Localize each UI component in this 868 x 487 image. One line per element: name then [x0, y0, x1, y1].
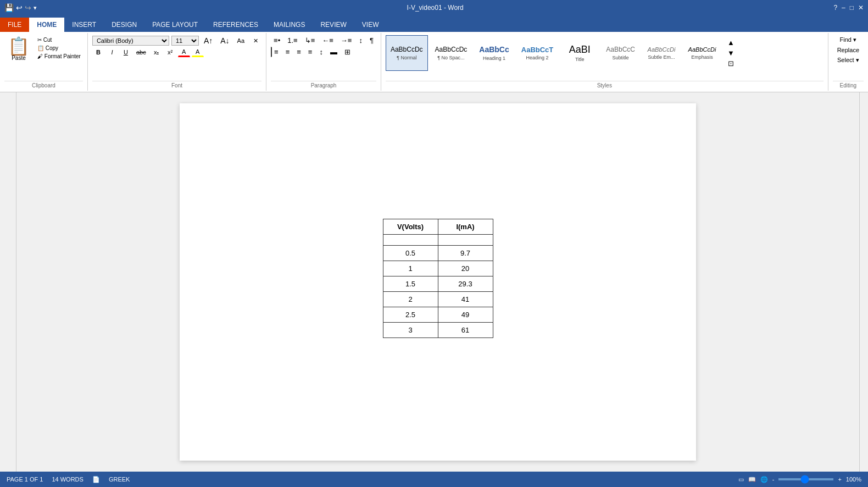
italic-button[interactable]: I	[106, 48, 118, 57]
paragraph-group: ≡• 1.≡ ↳≡ ←≡ →≡ ↕ ¶ ≡ ≡ ≡ ≡ ↕ ▬ ⊞ Paragr…	[266, 33, 381, 91]
cut-button[interactable]: ✂ Cut	[35, 36, 83, 43]
table-row: 361	[383, 323, 493, 338]
superscript-button[interactable]: x²	[164, 48, 176, 57]
style-heading2[interactable]: AaBbCcT Heading 2	[516, 35, 559, 71]
close-icon[interactable]: ✕	[858, 4, 864, 12]
multilevel-button[interactable]: ↳≡	[302, 35, 318, 46]
tab-page-layout[interactable]: PAGE LAYOUT	[144, 18, 205, 32]
document-page[interactable]: V(Volts) I(mA) 0.59.71201.529.32412.5493…	[180, 103, 696, 461]
table-cell-v-0: 0.5	[383, 246, 438, 261]
ruler-left	[0, 92, 16, 472]
font-family-select[interactable]: Calibri (Body)	[92, 36, 169, 46]
print-layout-icon[interactable]: ▭	[738, 476, 744, 483]
tab-file[interactable]: FILE	[0, 18, 29, 32]
tab-review[interactable]: REVIEW	[313, 18, 354, 32]
borders-button[interactable]: ⊞	[342, 47, 353, 57]
show-formatting-button[interactable]: ¶	[367, 35, 376, 46]
style-title-preview: AaBI	[569, 44, 591, 56]
table-cell-i-4: 49	[438, 307, 493, 323]
tab-references[interactable]: REFERENCES	[205, 18, 266, 32]
style-heading1-preview: AaBbCc	[479, 45, 509, 54]
tab-home[interactable]: HOME	[29, 18, 64, 32]
style-subtle-em-preview: AaBbCcDi	[648, 46, 676, 53]
tab-design[interactable]: DESIGN	[104, 18, 144, 32]
font-grow-button[interactable]: A↑	[201, 35, 215, 46]
style-no-spacing[interactable]: AaBbCcDc ¶ No Spac...	[430, 35, 472, 71]
highlight-button[interactable]: A	[192, 47, 204, 57]
line-spacing-button[interactable]: ↕	[316, 47, 326, 57]
document-area: V(Volts) I(mA) 0.59.71201.529.32412.5493…	[0, 92, 868, 472]
table-header-row: V(Volts) I(mA)	[383, 219, 493, 235]
copy-button[interactable]: 📋 Copy	[35, 45, 83, 52]
zoom-slider[interactable]	[778, 478, 833, 480]
select-button[interactable]: Select ▾	[833, 56, 864, 65]
style-subtitle[interactable]: AaBbCcC Subtitle	[601, 35, 640, 71]
style-normal-label: ¶ Normal	[397, 55, 416, 60]
replace-button[interactable]: Replace	[833, 46, 864, 54]
full-reading-icon[interactable]: 📖	[748, 476, 756, 483]
strikethrough-button[interactable]: abc	[133, 48, 149, 57]
style-title[interactable]: AaBI Title	[560, 35, 599, 71]
font-shrink-button[interactable]: A↓	[218, 35, 232, 46]
doc-format-icon[interactable]: 📄	[92, 476, 100, 483]
styles-more[interactable]: ⊡	[725, 58, 737, 69]
shading-button[interactable]: ▬	[327, 47, 340, 57]
zoom-in-button[interactable]: +	[838, 476, 841, 483]
tab-insert[interactable]: INSERT	[64, 18, 104, 32]
zoom-out-button[interactable]: -	[772, 476, 775, 483]
style-heading1[interactable]: AaBbCc Heading 1	[474, 35, 514, 71]
sort-button[interactable]: ↕	[356, 35, 365, 46]
numbering-button[interactable]: 1.≡	[285, 35, 300, 46]
bullets-button[interactable]: ≡•	[271, 35, 283, 46]
table-cell-i-2: 29.3	[438, 276, 493, 292]
font-color-button[interactable]: A	[178, 47, 190, 57]
clear-formatting-button[interactable]: ✕	[249, 36, 261, 46]
tab-view[interactable]: VIEW	[354, 18, 387, 32]
styles-scroll-down[interactable]: ▼	[725, 48, 737, 58]
paste-button[interactable]: 📋 Paste	[4, 35, 33, 79]
align-center-button[interactable]: ≡	[283, 47, 293, 57]
style-heading1-label: Heading 1	[483, 56, 505, 61]
align-right-button[interactable]: ≡	[294, 47, 304, 57]
clipboard-group-label: Clipboard	[4, 81, 83, 88]
style-subtle-em[interactable]: AaBbCcDi Subtle Em...	[642, 35, 681, 71]
table-row: 241	[383, 292, 493, 307]
table-row: 0.59.7	[383, 246, 493, 261]
find-button[interactable]: Find ▾	[833, 35, 864, 45]
table-cell-v-3: 2	[383, 292, 438, 307]
ribbon-tabs: FILE HOME INSERT DESIGN PAGE LAYOUT REFE…	[0, 15, 868, 32]
undo-icon[interactable]: ↩	[16, 3, 23, 12]
font-group: Calibri (Body) 11 A↑ A↓ Aa ✕ B I U abc x…	[88, 33, 266, 91]
table-cell-v-4: 2.5	[383, 307, 438, 323]
data-table: V(Volts) I(mA) 0.59.71201.529.32412.5493…	[383, 219, 493, 338]
document-scroll[interactable]: V(Volts) I(mA) 0.59.71201.529.32412.5493…	[16, 92, 859, 472]
language-indicator[interactable]: GREEK	[109, 476, 130, 483]
help-icon[interactable]: ?	[833, 4, 837, 12]
style-title-label: Title	[575, 57, 585, 62]
style-normal[interactable]: AaBbCcDc ¶ Normal	[386, 35, 428, 71]
tab-mailings[interactable]: MAILINGS	[266, 18, 313, 32]
styles-scroll-up[interactable]: ▲	[725, 37, 737, 48]
font-case-button[interactable]: Aa	[235, 36, 247, 45]
font-size-select[interactable]: 11	[171, 36, 199, 46]
justify-button[interactable]: ≡	[305, 47, 315, 57]
table-row: 2.549	[383, 307, 493, 323]
decrease-indent-button[interactable]: ←≡	[319, 35, 336, 46]
style-emphasis[interactable]: AaBbCcDi Emphasis	[683, 35, 721, 71]
increase-indent-button[interactable]: →≡	[338, 35, 355, 46]
style-heading2-preview: AaBbCcT	[521, 46, 554, 54]
bold-button[interactable]: B	[92, 48, 104, 57]
table-header-i: I(mA)	[438, 219, 493, 235]
status-bar: PAGE 1 OF 1 14 WORDS 📄 GREEK ▭ 📖 🌐 - + 1…	[0, 472, 868, 487]
maximize-icon[interactable]: □	[850, 4, 854, 12]
web-layout-icon[interactable]: 🌐	[760, 476, 768, 483]
scroll-right[interactable]	[859, 92, 868, 472]
subscript-button[interactable]: x₂	[151, 48, 163, 57]
format-painter-button[interactable]: 🖌 Format Painter	[35, 53, 83, 60]
minimize-icon[interactable]: –	[842, 4, 845, 12]
redo-icon[interactable]: ↪	[25, 3, 31, 12]
align-left-button[interactable]: ≡	[271, 47, 281, 57]
underline-button[interactable]: U	[120, 48, 132, 57]
save-icon[interactable]: 💾	[4, 3, 14, 12]
editing-group-label: Editing	[833, 81, 864, 88]
